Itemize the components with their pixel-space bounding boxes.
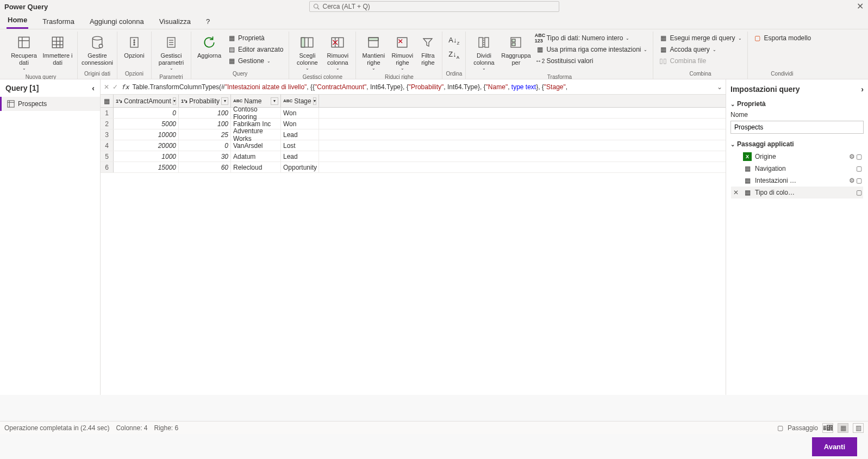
gear-icon[interactable]: ⚙ bbox=[849, 177, 855, 184]
cell[interactable]: Opportunity bbox=[281, 162, 319, 172]
expand-formula-button[interactable]: ⌄ bbox=[717, 83, 722, 91]
aggiorna-button[interactable]: Aggiorna bbox=[195, 32, 224, 61]
gestione-button[interactable]: ▦Gestione⌄ bbox=[225, 55, 285, 66]
applied-step[interactable]: ▦Intestazioni …⚙▢ bbox=[731, 175, 863, 187]
sort-asc-button[interactable]: A↓Z bbox=[447, 35, 460, 47]
accept-formula-button[interactable]: ✓ bbox=[113, 83, 118, 91]
filtra-righe-button[interactable]: Filtra righe bbox=[417, 32, 439, 68]
cell[interactable]: 1000 bbox=[114, 151, 179, 162]
cell[interactable]: VanArsdel bbox=[231, 140, 281, 151]
proprieta-section[interactable]: Proprietà bbox=[730, 98, 864, 110]
applied-step[interactable]: ✕▦Tipo di colo…▢ bbox=[731, 187, 863, 199]
avanti-button[interactable]: Avanti bbox=[812, 437, 857, 456]
close-button[interactable]: ✕ bbox=[857, 1, 864, 11]
col-header-contractamount[interactable]: 1²₃ContractAmount▾ bbox=[114, 95, 179, 107]
tab-help[interactable]: ? bbox=[205, 15, 211, 29]
cell[interactable]: 10000 bbox=[114, 129, 179, 140]
collapse-settings-button[interactable]: › bbox=[861, 85, 864, 94]
gear-icon[interactable]: ⚙ bbox=[849, 153, 855, 160]
step-label: Intestazioni … bbox=[755, 177, 796, 184]
delete-step-button[interactable]: ✕ bbox=[732, 189, 740, 196]
tab-trasforma[interactable]: Trasforma bbox=[41, 15, 76, 29]
col-header-stage[interactable]: ABCStage▾ bbox=[281, 95, 319, 107]
collapse-queries-button[interactable]: ‹ bbox=[92, 84, 95, 92]
applied-step[interactable]: XOrigine⚙▢ bbox=[731, 151, 863, 163]
query-name-input[interactable] bbox=[730, 121, 864, 134]
cell[interactable]: 100 bbox=[179, 119, 231, 129]
tipo-dati-button[interactable]: ABC123Tipo di dati: Numero intero⌄ bbox=[533, 33, 650, 44]
cell[interactable]: Lead bbox=[281, 151, 319, 162]
cell[interactable]: Won bbox=[281, 119, 319, 129]
passaggi-section[interactable]: Passaggi applicati bbox=[730, 138, 864, 150]
cell[interactable]: Lost bbox=[281, 140, 319, 151]
opzioni-button[interactable]: Opzioni bbox=[121, 32, 148, 61]
tab-visualizza[interactable]: Visualizza bbox=[158, 15, 192, 29]
sort-desc-button[interactable]: Z↓A bbox=[447, 49, 460, 61]
chevron-down-icon[interactable]: ▾ bbox=[271, 97, 278, 105]
gestire-connessioni-button[interactable]: Gestire connessioni bbox=[81, 32, 114, 68]
cell[interactable]: 0 bbox=[114, 108, 179, 118]
editor-avanzato-button[interactable]: ▤Editor avanzato bbox=[225, 44, 285, 55]
step-menu-icon[interactable]: ▢ bbox=[856, 177, 862, 184]
rimuovi-righe-button[interactable]: Rimuovi righe⌄ bbox=[389, 32, 416, 73]
sostituisci-valori-button[interactable]: ↔2Sostituisci valori bbox=[533, 55, 650, 66]
applied-step[interactable]: ▦Navigation▢ bbox=[731, 163, 863, 175]
dividi-colonna-button[interactable]: Dividi colonna⌄ bbox=[469, 32, 498, 73]
table-row[interactable]: 2 5000 100 Fabrikam Inc Won bbox=[101, 119, 726, 129]
cell[interactable]: 15000 bbox=[114, 162, 179, 172]
query-item-prospects[interactable]: Prospects bbox=[0, 97, 100, 111]
formula-input[interactable]: Table.TransformColumnTypes(#"Intestazion… bbox=[132, 83, 714, 91]
cell[interactable]: 60 bbox=[179, 162, 231, 172]
immettere-dati-button[interactable]: Immettere i dati bbox=[41, 32, 74, 68]
cancel-formula-button[interactable]: ✕ bbox=[104, 83, 109, 91]
raggruppa-button[interactable]: Raggruppa per bbox=[499, 32, 532, 68]
svg-rect-40 bbox=[8, 101, 14, 107]
diagram-view-button[interactable]: �⵼ bbox=[822, 423, 833, 433]
tab-home[interactable]: Home bbox=[7, 14, 28, 29]
select-all-corner[interactable]: ▦ bbox=[101, 95, 114, 107]
cell[interactable]: 5000 bbox=[114, 119, 179, 129]
merge-query-button[interactable]: ▦Esegui merge di query⌄ bbox=[657, 33, 744, 44]
cell[interactable]: Relecloud bbox=[231, 162, 281, 172]
cell[interactable]: Contoso Flooring bbox=[231, 108, 281, 118]
cell[interactable]: 30 bbox=[179, 151, 231, 162]
chevron-down-icon[interactable]: ▾ bbox=[221, 97, 228, 105]
table-row[interactable]: 3 10000 25 Adventure Works Lead bbox=[101, 129, 726, 140]
table-row[interactable]: 1 0 100 Contoso Flooring Won bbox=[101, 108, 726, 119]
step-menu-icon[interactable]: ▢ bbox=[856, 189, 862, 196]
table-row[interactable]: 6 15000 60 Relecloud Opportunity bbox=[101, 162, 726, 173]
search-box[interactable]: Cerca (ALT + Q) bbox=[309, 1, 559, 12]
step-menu-icon[interactable]: ▢ bbox=[856, 165, 862, 172]
prima-riga-intestazioni-button[interactable]: ▦Usa prima riga come intestazioni⌄ bbox=[533, 44, 650, 55]
group-parametri: Gestisci parametri⌄ Parametri bbox=[152, 32, 191, 79]
cell[interactable]: 100 bbox=[179, 108, 231, 118]
schema-view-button[interactable]: ▥ bbox=[853, 423, 864, 433]
cell[interactable]: Won bbox=[281, 108, 319, 118]
svg-rect-34 bbox=[479, 38, 483, 47]
cell[interactable]: 0 bbox=[179, 140, 231, 151]
esporta-modello-button[interactable]: ▢Esporta modello bbox=[751, 33, 814, 44]
accoda-query-button[interactable]: ▦Accoda query⌄ bbox=[657, 44, 744, 55]
recupera-dati-button[interactable]: Recupera dati⌄ bbox=[8, 32, 40, 73]
cell[interactable]: Adventure Works bbox=[231, 129, 281, 140]
grid-view-button[interactable]: ▦ bbox=[838, 423, 848, 433]
status-operation: Operazione completata in (2.44 sec) bbox=[4, 424, 109, 432]
table-row[interactable]: 4 20000 0 VanArsdel Lost bbox=[101, 140, 726, 151]
chevron-down-icon[interactable]: ▾ bbox=[173, 97, 176, 105]
tab-aggiungi-colonna[interactable]: Aggiungi colonna bbox=[89, 15, 145, 29]
cell[interactable]: Adatum bbox=[231, 151, 281, 162]
table-row[interactable]: 5 1000 30 Adatum Lead bbox=[101, 151, 726, 162]
scegli-colonne-button[interactable]: Scegli colonne⌄ bbox=[292, 32, 322, 73]
rimuovi-colonna-button[interactable]: Rimuovi colonna⌄ bbox=[323, 32, 352, 73]
mantieni-righe-button[interactable]: Mantieni righe⌄ bbox=[359, 32, 388, 73]
queries-title: Query [1] bbox=[5, 84, 39, 92]
svg-rect-21 bbox=[302, 38, 305, 47]
step-menu-icon[interactable]: ▢ bbox=[856, 153, 862, 160]
proprieta-button[interactable]: ▦Proprietà bbox=[225, 33, 285, 44]
cell[interactable]: 20000 bbox=[114, 140, 179, 151]
cell[interactable]: Lead bbox=[281, 129, 319, 140]
gestisci-parametri-button[interactable]: Gestisci parametri⌄ bbox=[155, 32, 188, 73]
chevron-down-icon[interactable]: ▾ bbox=[313, 97, 316, 105]
cell[interactable]: 25 bbox=[179, 129, 231, 140]
col-header-probability[interactable]: 1²₃Probability▾ bbox=[179, 95, 231, 107]
